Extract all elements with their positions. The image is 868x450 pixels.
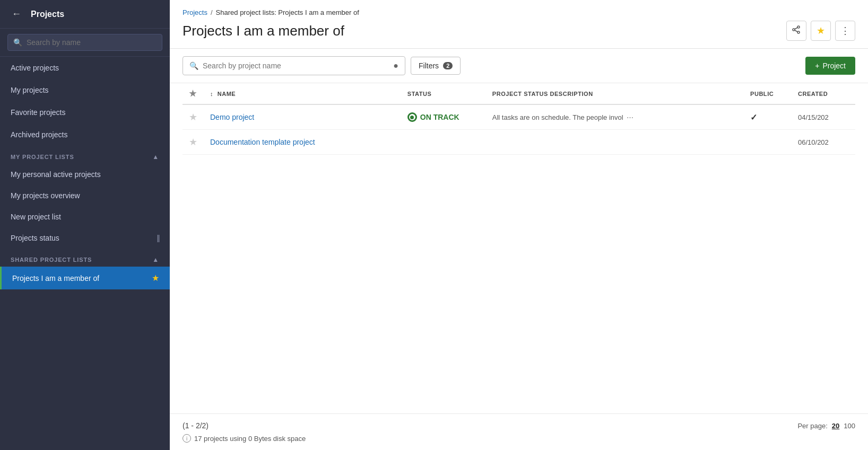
row-name-cell: Demo project: [204, 104, 401, 130]
star-button[interactable]: ★: [811, 21, 831, 41]
row-star-icon[interactable]: ★: [189, 112, 197, 122]
filters-button[interactable]: Filters 2: [411, 57, 461, 75]
projects-table: ★ ↕ NAME STATUS PROJECT STATUS DESCRIPTI…: [183, 83, 855, 155]
sidebar-title: Projects: [31, 10, 64, 19]
doc-template-project-link[interactable]: Documentation template project: [210, 138, 315, 146]
section-header-my-project-lists: MY PROJECT LISTS ▲: [0, 148, 170, 164]
info-icon: i: [183, 434, 191, 443]
sidebar-nav-item-favorite-projects[interactable]: Favorite projects: [0, 101, 170, 123]
svg-point-1: [797, 31, 800, 33]
table-footer: (1 - 2/2) Per page: 20 100 i 17 projects…: [170, 413, 868, 450]
search-icon: 🔍: [189, 61, 198, 70]
filters-label: Filters: [419, 61, 439, 70]
title-actions: ★ ⋮: [786, 21, 855, 41]
main-header: Projects / Shared project lists: Project…: [170, 0, 868, 49]
star-icon: ★: [817, 25, 825, 37]
table-header-row: ★ ↕ NAME STATUS PROJECT STATUS DESCRIPTI…: [183, 83, 855, 104]
row-status-cell: [401, 130, 486, 155]
sidebar-item-projects-status[interactable]: Projects status ‖: [0, 227, 170, 249]
add-project-label: Project: [822, 61, 846, 70]
per-page-control: Per page: 20 100: [797, 422, 855, 430]
status-dot-inner: [410, 116, 414, 119]
svg-line-3: [795, 28, 797, 29]
status-on-track: ON TRACK: [407, 112, 480, 122]
search-icon: 🔍: [13, 38, 22, 47]
per-page-100[interactable]: 100: [844, 422, 855, 430]
check-icon: ✓: [750, 113, 757, 122]
breadcrumb-projects-link[interactable]: Projects: [183, 8, 207, 16]
back-button[interactable]: ←: [8, 7, 24, 21]
section-header-shared-project-lists: SHARED PROJECT LISTS ▲: [0, 251, 170, 267]
row-public-cell: [744, 130, 792, 155]
breadcrumb-separator: /: [211, 8, 213, 16]
per-page-label: Per page:: [797, 422, 827, 430]
table-container: ★ ↕ NAME STATUS PROJECT STATUS DESCRIPTI…: [170, 83, 868, 413]
sidebar-header: ← Projects: [0, 0, 170, 29]
project-search-input[interactable]: [203, 61, 389, 70]
sort-icon: ↕: [210, 91, 213, 97]
bar-chart-icon: ‖: [157, 234, 159, 242]
filters-badge: 2: [443, 62, 453, 69]
sidebar-item-my-projects-overview[interactable]: My projects overview: [0, 185, 170, 206]
more-button[interactable]: ⋮: [835, 21, 855, 41]
breadcrumb-current: Shared project lists: Projects I am a me…: [216, 8, 359, 16]
pagination-row: (1 - 2/2) Per page: 20 100: [183, 421, 855, 430]
sidebar-search-input[interactable]: [27, 38, 157, 47]
sidebar-item-new-project-list[interactable]: New project list: [0, 206, 170, 227]
col-header-name[interactable]: ↕ NAME: [204, 83, 401, 104]
svg-line-4: [795, 30, 797, 32]
status-dot-icon: [407, 112, 417, 122]
row-public-cell: ✓: [744, 104, 792, 130]
row-status-cell: ON TRACK: [401, 104, 486, 130]
sidebar-search-wrapper: 🔍: [7, 34, 162, 51]
col-header-star: ★: [183, 83, 204, 104]
toolbar: 🔍 ● Filters 2 + Project: [170, 49, 868, 83]
row-desc-cell: All tasks are on schedule. The people in…: [486, 104, 744, 130]
sidebar-nav-item-archived-projects[interactable]: Archived projects: [0, 123, 170, 146]
demo-project-link[interactable]: Demo project: [210, 113, 254, 121]
search-clear-button[interactable]: ●: [393, 61, 398, 70]
disk-info: i 17 projects using 0 Bytes disk space: [183, 434, 855, 443]
star-header-icon: ★: [189, 89, 197, 98]
table-row: ★ Documentation template project 06/10/2…: [183, 130, 855, 155]
row-star-icon[interactable]: ★: [189, 137, 197, 147]
row-created-cell: 04/15/202: [792, 104, 855, 130]
row-desc-cell: [486, 130, 744, 155]
page-title: Projects I am a member of: [183, 23, 344, 39]
row-star-cell: ★: [183, 130, 204, 155]
svg-point-2: [793, 29, 795, 31]
more-icon: ⋮: [840, 25, 850, 37]
col-header-desc: PROJECT STATUS DESCRIPTION: [486, 83, 744, 104]
table-row: ★ Demo project ON TRACK: [183, 104, 855, 130]
col-header-status: STATUS: [401, 83, 486, 104]
sidebar-search-area: 🔍: [0, 29, 170, 57]
project-search-box: 🔍 ●: [183, 56, 405, 75]
share-button[interactable]: [786, 21, 806, 41]
row-name-cell: Documentation template project: [204, 130, 401, 155]
sidebar-nav-item-my-projects[interactable]: My projects: [0, 79, 170, 101]
plus-icon: +: [815, 61, 819, 70]
star-filled-icon: ★: [152, 273, 159, 283]
chevron-up-icon: ▲: [152, 153, 159, 161]
sidebar-item-my-personal-active-projects[interactable]: My personal active projects: [0, 164, 170, 185]
row-created-cell: 06/10/202: [792, 130, 855, 155]
sidebar-nav-item-active-projects[interactable]: Active projects: [0, 57, 170, 79]
breadcrumb: Projects / Shared project lists: Project…: [183, 8, 855, 16]
share-icon: [792, 25, 801, 36]
sidebar: ← Projects 🔍 Active projects My projects…: [0, 0, 170, 450]
svg-point-0: [797, 26, 800, 28]
main-title-row: Projects I am a member of ★: [183, 21, 855, 48]
desc-more-icon: ⋯: [627, 113, 633, 121]
count-label: (1 - 2/2): [183, 421, 209, 430]
add-project-button[interactable]: + Project: [805, 57, 855, 75]
row-desc-content: All tasks are on schedule. The people in…: [492, 113, 737, 121]
sidebar-item-projects-i-am-member-of[interactable]: Projects I am a member of ★: [0, 267, 170, 289]
row-star-cell: ★: [183, 104, 204, 130]
col-header-created: CREATED: [792, 83, 855, 104]
col-header-public: PUBLIC: [744, 83, 792, 104]
chevron-up-icon-shared: ▲: [152, 256, 159, 263]
per-page-20[interactable]: 20: [832, 422, 839, 430]
main-content: Projects / Shared project lists: Project…: [170, 0, 868, 450]
